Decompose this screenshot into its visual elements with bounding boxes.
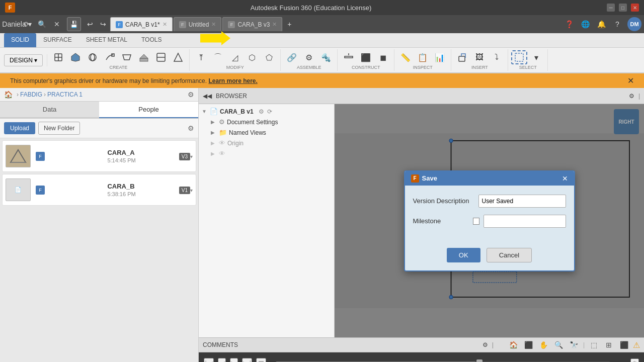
orbit-button[interactable]: ⬛ <box>523 339 535 351</box>
zoom-fit-button[interactable]: 🔭 <box>568 339 580 351</box>
version-description-input[interactable] <box>478 195 566 208</box>
tree-item-doc-settings[interactable]: ▶ ⚙ Document Settings <box>199 117 334 127</box>
axis-btn[interactable]: ◼ <box>375 50 391 64</box>
bell-button[interactable]: 🔔 <box>595 18 607 30</box>
joint-btn[interactable]: ⚙ <box>301 50 317 64</box>
tree-root-options-icon[interactable]: ⟳ <box>267 108 272 115</box>
offset-plane-btn[interactable] <box>341 50 357 64</box>
warning-link[interactable]: Learn more here. <box>208 77 257 84</box>
timeline-first-button[interactable]: |◀ <box>204 358 214 363</box>
milestone-name-input[interactable] <box>484 215 566 228</box>
new-folder-button[interactable]: New Folder <box>38 122 80 135</box>
timeline-prev-button[interactable]: ◀ <box>218 358 226 363</box>
zoom-button[interactable]: 🔍 <box>553 339 565 351</box>
insert-canvas-btn[interactable]: 🖼 <box>471 50 488 64</box>
milestone-checkbox[interactable] <box>473 218 479 225</box>
timeline-settings-button[interactable]: ⚙ <box>630 358 639 362</box>
breadcrumb-practica[interactable]: PRACTICA 1 <box>47 91 83 98</box>
browser-collapse-icon[interactable]: ◀◀ <box>203 93 212 100</box>
design-dropdown-button[interactable]: DESIGN ▾ <box>4 54 43 66</box>
globe-button[interactable]: 🌐 <box>579 18 591 30</box>
chamfer-btn[interactable]: ◿ <box>227 50 243 64</box>
canvas-viewport[interactable]: RIGHT F Save ✕ <box>335 104 644 337</box>
draft-btn[interactable]: ⬠ <box>261 50 277 64</box>
tab-untitled[interactable]: F Untitled ✕ <box>174 17 222 31</box>
close-panel-button[interactable]: ✕ <box>51 18 63 30</box>
timeline-play-button[interactable]: ▶ <box>230 358 238 363</box>
revolve-btn[interactable] <box>85 50 101 64</box>
list-item[interactable]: 📄 F CARA_B 5:38:16 PM V1▾ <box>2 174 196 206</box>
browser-resize-handle[interactable]: | <box>638 93 640 100</box>
emboss-btn[interactable] <box>170 50 186 64</box>
tree-item-3[interactable]: ▶ 👁 Origin <box>199 138 334 148</box>
new-component-btn[interactable]: 🔗 <box>284 50 300 64</box>
ok-button[interactable]: OK <box>447 248 480 262</box>
browser-options-icon[interactable]: ⚙ <box>629 93 634 100</box>
pan-button[interactable]: ✋ <box>538 339 550 351</box>
sweep-btn[interactable] <box>102 50 118 64</box>
warning-close-button[interactable]: ✕ <box>627 76 634 85</box>
search-button[interactable]: 🔍 <box>36 18 48 30</box>
tab-data[interactable]: Data <box>0 102 99 118</box>
press-pull-btn[interactable]: ⤒ <box>193 50 209 64</box>
insert-derive-btn[interactable] <box>454 50 470 64</box>
create-new-component-btn[interactable] <box>50 50 66 64</box>
insert-decal-btn[interactable]: ⤵ <box>489 50 505 64</box>
select-btn[interactable] <box>511 50 527 64</box>
close-button[interactable]: ✕ <box>631 4 639 12</box>
rib-btn[interactable] <box>136 50 152 64</box>
fillet-btn[interactable]: ⌒ <box>210 50 226 64</box>
file-settings-icon[interactable]: ⚙ <box>188 124 194 132</box>
home-view-button[interactable]: 🏠 <box>508 339 520 351</box>
select-dropdown-btn[interactable]: ▾ <box>528 50 544 64</box>
list-item[interactable]: F CARA_A 5:14:45 PM V3▾ <box>2 140 196 172</box>
minimize-button[interactable]: ─ <box>607 4 615 12</box>
tree-item-root[interactable]: ▼ 📄 CARA_B v1 ⚙ ⟳ <box>199 106 334 117</box>
help-circle-button[interactable]: ❓ <box>563 18 575 30</box>
dialog-close-button[interactable]: ✕ <box>562 174 568 183</box>
measure-btn[interactable]: 📏 <box>397 50 414 64</box>
timeline-last-button[interactable]: ⏹ <box>256 358 266 362</box>
web-btn[interactable] <box>153 50 169 64</box>
user-avatar[interactable]: DM <box>627 17 641 31</box>
tab-tools[interactable]: TOOLS <box>134 33 169 47</box>
loft-btn[interactable] <box>119 50 135 64</box>
help-button[interactable]: ? <box>611 18 623 30</box>
comments-options-icon[interactable]: ⚙ <box>482 341 488 348</box>
snap-button[interactable]: ⊞ <box>603 339 615 351</box>
tab-close-cara-b-v1[interactable]: ✕ <box>163 21 167 28</box>
curvature-btn[interactable]: 📊 <box>432 50 448 64</box>
tab-close-cara-b-v3[interactable]: ✕ <box>272 21 277 28</box>
interference-btn[interactable]: 📋 <box>415 50 431 64</box>
undo-button[interactable]: ↩ <box>84 18 96 30</box>
user-profile-button[interactable]: 👤 Daniela ▾ <box>6 18 18 30</box>
tab-close-untitled[interactable]: ✕ <box>211 21 216 28</box>
tree-item-4[interactable]: ▶ 👁 <box>199 148 334 159</box>
sync-button[interactable]: ⟳ <box>21 18 33 30</box>
shell-btn[interactable]: ⬡ <box>244 50 260 64</box>
tree-settings-icon[interactable]: ⚙ <box>259 108 264 115</box>
midplane-btn[interactable]: ⬛ <box>358 50 374 64</box>
save-button[interactable]: 💾 <box>67 17 81 31</box>
timeline-scrubber[interactable] <box>476 359 482 362</box>
timeline-next-button[interactable]: ▶| <box>242 358 252 363</box>
cancel-button[interactable]: Cancel <box>487 248 532 262</box>
new-tab-button[interactable]: + <box>283 18 295 30</box>
upload-button[interactable]: Upload <box>4 122 35 134</box>
redo-button[interactable]: ↪ <box>97 18 109 30</box>
as-built-joint-btn[interactable]: 🔩 <box>318 50 334 64</box>
user-profile-btn[interactable]: 🏠 <box>4 90 13 99</box>
tab-people[interactable]: People <box>99 102 198 118</box>
panel-settings-icon[interactable]: ⚙ <box>188 90 194 99</box>
comments-resize-handle[interactable]: | <box>492 341 494 348</box>
tab-cara-b-v3[interactable]: F CARA_B v3 ✕ <box>222 17 282 31</box>
grid-toggle-button[interactable]: ⬚ <box>588 339 600 351</box>
tab-surface[interactable]: SURFACE <box>36 33 79 47</box>
tab-cara-b-v1[interactable]: F CARA_B v1* ✕ <box>110 17 173 31</box>
tab-solid[interactable]: SOLID <box>4 33 36 47</box>
tree-item-named-views[interactable]: ▶ 📁 Named Views <box>199 127 334 138</box>
extrude-btn[interactable] <box>67 50 84 64</box>
breadcrumb-fabdig[interactable]: FABDIG <box>20 91 42 98</box>
maximize-button[interactable]: □ <box>619 4 627 12</box>
display-settings-button[interactable]: ⬛ <box>618 339 630 351</box>
